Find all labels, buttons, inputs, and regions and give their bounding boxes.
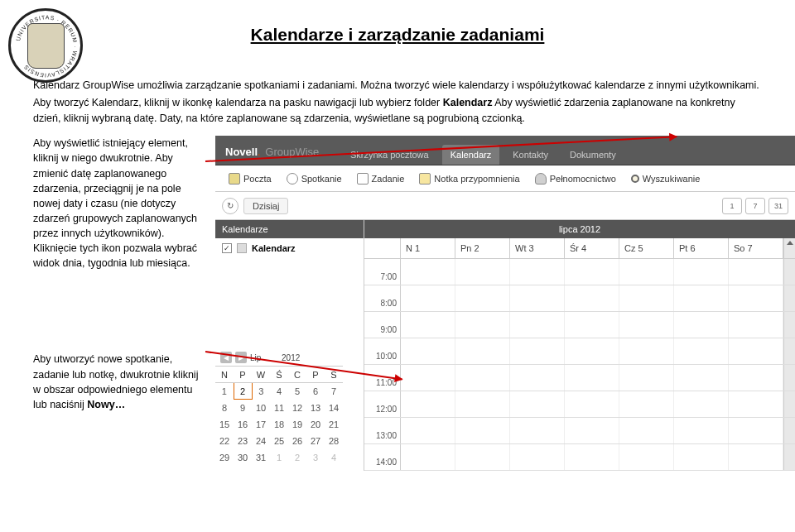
time-cell[interactable] — [619, 444, 674, 470]
time-cell[interactable] — [565, 444, 619, 470]
time-row[interactable]: 7:00 — [364, 259, 795, 285]
time-cell[interactable] — [619, 259, 674, 285]
nav-contacts[interactable]: Kontakty — [504, 145, 556, 165]
mini-cal-day[interactable]: 25 — [270, 433, 288, 449]
mini-cal-day[interactable]: 21 — [325, 416, 343, 433]
time-cell[interactable] — [455, 444, 510, 470]
nav-documents[interactable]: Dokumenty — [561, 145, 624, 165]
time-cell[interactable] — [401, 391, 455, 417]
time-cell[interactable] — [455, 365, 510, 391]
time-cell[interactable] — [565, 312, 619, 338]
time-cell[interactable] — [565, 259, 619, 285]
tb-meeting[interactable]: Spotkanie — [280, 170, 349, 187]
mini-cal-day[interactable]: 18 — [270, 416, 288, 433]
mini-cal-day[interactable]: 3 — [252, 383, 270, 400]
time-cell[interactable] — [674, 259, 729, 285]
time-cell[interactable] — [674, 391, 729, 417]
tb-task[interactable]: Zadanie — [350, 170, 412, 187]
tb-proxy[interactable]: Pełnomocnictwo — [528, 170, 623, 187]
time-cell[interactable] — [510, 365, 565, 391]
tb-note[interactable]: Notka przypomnienia — [412, 170, 526, 187]
time-row[interactable]: 10:00 — [364, 338, 795, 365]
time-cell[interactable] — [674, 365, 729, 391]
mini-cal-day[interactable]: 2 — [288, 449, 306, 466]
mini-cal-day[interactable]: 15 — [215, 416, 234, 433]
time-cell[interactable] — [619, 391, 674, 417]
mini-cal-day[interactable]: 24 — [252, 433, 270, 449]
mini-cal-day[interactable]: 8 — [215, 400, 234, 416]
time-cell[interactable] — [455, 259, 510, 285]
mini-cal-day[interactable]: 13 — [306, 400, 325, 416]
mini-cal-day[interactable]: 26 — [288, 433, 306, 449]
tb-mail[interactable]: Poczta — [222, 170, 278, 187]
time-cell[interactable] — [729, 444, 783, 470]
mini-cal-day[interactable]: 5 — [288, 383, 306, 400]
time-cell[interactable] — [455, 338, 510, 364]
time-row[interactable]: 14:00 — [364, 444, 795, 471]
time-cell[interactable] — [619, 312, 674, 338]
scrollbar[interactable] — [783, 444, 795, 470]
time-cell[interactable] — [674, 418, 729, 443]
time-cell[interactable] — [674, 285, 729, 311]
time-cell[interactable] — [510, 312, 565, 338]
day-col-mon[interactable]: Pn 2 — [455, 238, 510, 258]
time-cell[interactable] — [455, 391, 510, 417]
mini-cal-day[interactable]: 4 — [325, 449, 343, 466]
time-cell[interactable] — [729, 285, 783, 311]
time-row[interactable]: 11:00 — [364, 365, 795, 391]
time-cell[interactable] — [510, 259, 565, 285]
mini-cal-day[interactable]: 23 — [234, 433, 252, 449]
time-row[interactable]: 9:00 — [364, 312, 795, 338]
day-col-sun[interactable]: N 1 — [401, 238, 455, 258]
time-cell[interactable] — [510, 285, 565, 311]
time-row[interactable]: 8:00 — [364, 285, 795, 312]
mini-cal-day[interactable]: 22 — [215, 433, 234, 449]
scrollbar[interactable] — [783, 312, 795, 338]
view-day[interactable]: 1 — [722, 198, 742, 214]
mini-cal-day[interactable]: 1 — [270, 449, 288, 466]
mini-cal-day[interactable]: 2 — [234, 383, 252, 400]
checkbox-icon[interactable]: ✓ — [222, 243, 232, 253]
nav-mailbox[interactable]: Skrzynka pocztowa — [342, 145, 437, 165]
mini-cal-day[interactable]: 14 — [325, 400, 343, 416]
time-cell[interactable] — [401, 365, 455, 391]
mini-cal-day[interactable]: 11 — [270, 400, 288, 416]
mini-calendar[interactable]: NPWŚCPS 12345678910111213141516171819202… — [215, 366, 343, 466]
mini-cal-day[interactable]: 12 — [288, 400, 306, 416]
scrollbar[interactable] — [783, 238, 795, 258]
time-cell[interactable] — [729, 259, 783, 285]
time-cell[interactable] — [510, 391, 565, 417]
mini-cal-day[interactable]: 9 — [234, 400, 252, 416]
refresh-button[interactable]: ↻ — [222, 198, 238, 214]
time-cell[interactable] — [674, 338, 729, 364]
time-cell[interactable] — [401, 312, 455, 338]
time-cell[interactable] — [729, 365, 783, 391]
time-cell[interactable] — [729, 338, 783, 364]
scrollbar[interactable] — [783, 285, 795, 311]
time-cell[interactable] — [565, 338, 619, 364]
mini-cal-day[interactable]: 29 — [215, 449, 234, 466]
time-row[interactable]: 13:00 — [364, 418, 795, 444]
time-cell[interactable] — [619, 365, 674, 391]
day-col-sat[interactable]: So 7 — [729, 238, 783, 258]
time-cell[interactable] — [401, 338, 455, 364]
mini-cal-day[interactable]: 28 — [325, 433, 343, 449]
time-cell[interactable] — [401, 444, 455, 470]
mini-cal-day[interactable]: 1 — [215, 383, 234, 400]
time-cell[interactable] — [455, 418, 510, 443]
day-col-thu[interactable]: Cz 5 — [619, 238, 674, 258]
time-cell[interactable] — [674, 312, 729, 338]
time-cell[interactable] — [619, 338, 674, 364]
time-cell[interactable] — [455, 285, 510, 311]
time-cell[interactable] — [510, 418, 565, 443]
time-cell[interactable] — [729, 312, 783, 338]
day-col-fri[interactable]: Pt 6 — [674, 238, 729, 258]
mini-cal-day[interactable]: 27 — [306, 433, 325, 449]
time-cell[interactable] — [401, 285, 455, 311]
time-cell[interactable] — [401, 259, 455, 285]
scrollbar[interactable] — [783, 259, 795, 285]
time-rows[interactable]: 7:008:009:0010:0011:0012:0013:0014:00 — [364, 259, 795, 471]
mini-cal-day[interactable]: 19 — [288, 416, 306, 433]
mini-cal-day[interactable]: 31 — [252, 449, 270, 466]
time-cell[interactable] — [565, 418, 619, 443]
